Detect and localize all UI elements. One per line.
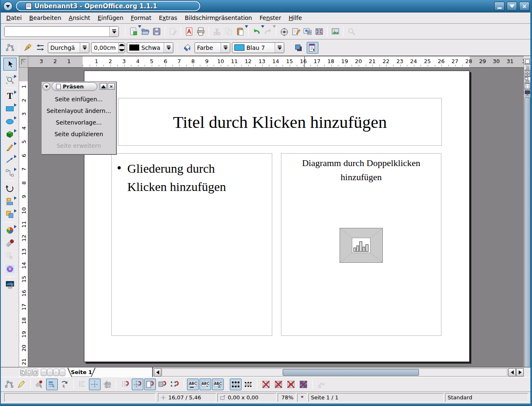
export-pdf-icon[interactable] — [183, 26, 195, 37]
close-button[interactable]: × — [519, 2, 530, 11]
url-dropdown-button[interactable] — [109, 27, 118, 37]
contour-placeholder-icon[interactable] — [273, 379, 284, 390]
menu-einfgen[interactable]: Einfügen — [94, 13, 127, 22]
paste-icon[interactable] — [234, 26, 246, 37]
menu-hilfe[interactable]: Hilfe — [285, 13, 305, 22]
outline-placeholder[interactable]: • Gliederung durch Klicken hinzufügen — [111, 153, 272, 336]
minimize-button[interactable] — [494, 2, 505, 11]
guides-when-moving-icon[interactable] — [101, 379, 113, 390]
large-handles-icon[interactable] — [242, 379, 254, 390]
zoom-tool-icon[interactable] — [3, 73, 17, 86]
menu-datei[interactable]: Datei — [2, 13, 25, 22]
line-width-spinner[interactable]: 0,00cm — [91, 42, 125, 53]
status-position-field[interactable]: 16,07 / 5,46 — [158, 393, 216, 402]
snap-to-grid-icon[interactable] — [119, 379, 131, 390]
fill-style-icon[interactable] — [181, 42, 193, 54]
snap-to-snap-lines-icon[interactable] — [132, 379, 143, 390]
select-text-area-icon[interactable]: ABC — [200, 379, 211, 390]
line-color-combo[interactable]: Schwa — [127, 42, 173, 53]
ruler-corner[interactable] — [19, 56, 28, 68]
palette-item-4[interactable]: Seite duplizieren — [42, 128, 116, 140]
rotate-tool-icon[interactable] — [3, 182, 17, 195]
simple-handles-icon[interactable] — [230, 379, 241, 390]
menu-extras[interactable]: Extras — [155, 13, 181, 22]
menu-fenster[interactable]: Fenster — [256, 13, 285, 22]
effects-tool-icon[interactable] — [3, 237, 17, 249]
palette-close-button[interactable]: × — [108, 83, 115, 90]
url-input[interactable] — [5, 27, 109, 37]
open-icon[interactable] — [139, 26, 151, 37]
horizontal-scrollbar-track[interactable] — [162, 368, 507, 377]
arrow-ends-icon[interactable] — [34, 42, 46, 54]
horizontal-scrollbar-thumb[interactable] — [283, 369, 419, 376]
status-page-field[interactable]: Seite 1 / 1 — [308, 393, 444, 402]
save-icon[interactable] — [151, 26, 163, 37]
palette-title-bar[interactable]: Präsen × — [42, 82, 116, 92]
chart-placeholder[interactable]: Diagramm durch Doppelklicken hinzufügen — [281, 153, 441, 336]
maximize-button[interactable] — [507, 2, 517, 11]
start-presentation-icon[interactable] — [524, 89, 531, 95]
slide-canvas[interactable]: Titel durch Klicken hinzufügen • Glieder… — [28, 68, 524, 367]
show-snap-lines-icon[interactable] — [89, 379, 101, 390]
vertical-scrollbar[interactable] — [524, 96, 531, 376]
double-click-edit-text-icon[interactable]: ABC — [212, 379, 224, 390]
pages-mode-icon[interactable] — [20, 369, 26, 376]
snap-to-object-border-icon[interactable] — [157, 379, 168, 390]
scroll-left-button-2[interactable] — [508, 368, 516, 377]
rectangle-tool-icon[interactable] — [3, 102, 17, 115]
horizontal-ruler[interactable]: 3211234567891011121314151617181920212223… — [28, 56, 524, 68]
quick-edit-icon[interactable]: ABC — [187, 379, 199, 390]
menu-ansicht[interactable]: Ansicht — [65, 13, 94, 22]
stylist-icon[interactable] — [290, 26, 302, 37]
line-contour-icon[interactable] — [298, 379, 309, 390]
insert-graphic-icon[interactable] — [330, 26, 341, 37]
fill-color-combo[interactable]: Blau 7 — [232, 42, 284, 53]
insert-tool-icon[interactable] — [3, 224, 17, 237]
design-mode-icon[interactable] — [307, 42, 318, 54]
rotate-object-icon[interactable] — [59, 379, 70, 390]
3d-controller-tool-icon[interactable] — [3, 262, 17, 275]
scroll-left-button[interactable] — [154, 368, 161, 377]
spin-down-button[interactable] — [119, 48, 125, 53]
chart-place-icon[interactable] — [340, 228, 383, 263]
status-zoom-field[interactable]: 78% — [278, 393, 296, 402]
palette-menu-button[interactable] — [42, 83, 50, 90]
alignment-tool-icon[interactable] — [3, 195, 17, 208]
layer-mode-icon[interactable] — [32, 369, 38, 376]
effects-window-icon[interactable] — [34, 379, 45, 390]
undo-icon[interactable] — [251, 26, 262, 37]
spin-up-button[interactable] — [119, 43, 125, 48]
slide-page[interactable]: Titel durch Klicken hinzufügen • Glieder… — [84, 71, 470, 362]
rotation-mode-icon[interactable] — [16, 379, 27, 390]
palette-rollup-button[interactable] — [100, 83, 107, 90]
snap-to-margins-icon[interactable] — [144, 379, 156, 390]
select-tool-icon[interactable] — [3, 58, 17, 71]
line-style-combo[interactable]: Durchgä — [48, 42, 89, 53]
palette-item-1[interactable]: Seite einfügen... — [42, 93, 116, 105]
line-style-dropdown-button[interactable] — [80, 43, 89, 53]
scroll-right-button[interactable] — [516, 368, 524, 377]
dropdown-arrow-icon[interactable] — [273, 25, 276, 28]
dropdown-arrow-icon[interactable] — [245, 25, 248, 28]
page-tab[interactable]: Seite 1 — [67, 368, 96, 377]
edit-points-icon[interactable] — [4, 42, 16, 54]
text-tool-icon[interactable]: T — [3, 89, 17, 102]
shadow-icon[interactable] — [293, 42, 304, 54]
print-icon[interactable] — [195, 26, 207, 37]
vertical-scrollbar-thumb[interactable] — [525, 97, 530, 375]
show-grid-icon[interactable] — [76, 379, 88, 390]
new-document-icon[interactable] — [128, 26, 139, 37]
fill-style-combo[interactable]: Farbe — [195, 42, 230, 53]
vertical-ruler[interactable]: 123456789101112131415161718192021 — [19, 68, 28, 367]
text-placeholder-icon[interactable]: AB — [285, 379, 297, 390]
arrange-tool-icon[interactable] — [3, 208, 17, 221]
fill-color-dropdown-button[interactable] — [275, 43, 284, 53]
snap-to-object-points-icon[interactable] — [169, 379, 181, 390]
status-template-field[interactable]: Standard — [445, 393, 528, 402]
curve-tool-icon[interactable] — [3, 141, 17, 154]
picture-placeholder-icon[interactable] — [260, 379, 272, 390]
edit-points-icon[interactable] — [3, 379, 15, 390]
fill-style-dropdown-button[interactable] — [221, 43, 230, 53]
zoom-icon[interactable] — [313, 26, 325, 37]
gallery-icon[interactable] — [302, 26, 313, 37]
